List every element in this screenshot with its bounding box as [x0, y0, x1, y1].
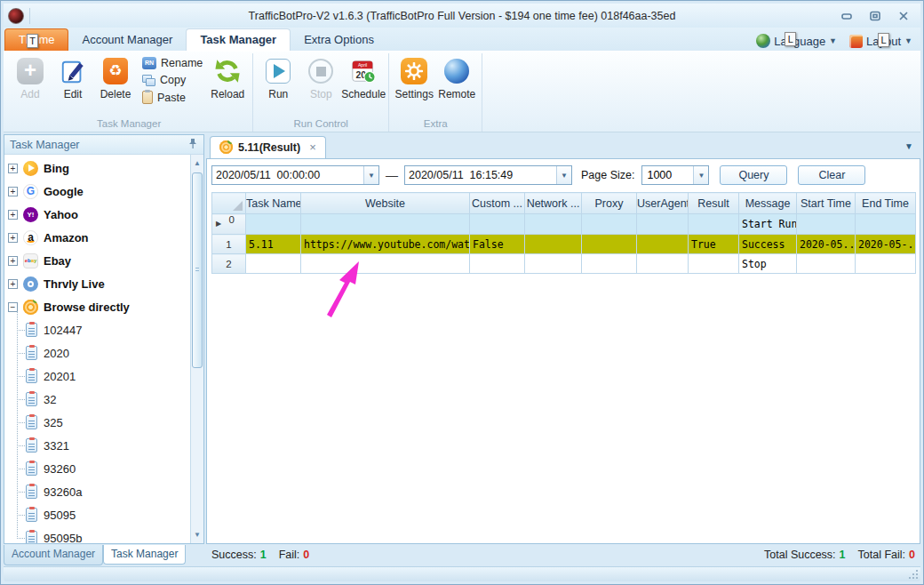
expand-icon[interactable]: +: [8, 279, 18, 289]
minimize-button[interactable]: [839, 9, 855, 23]
collapse-icon[interactable]: −: [8, 302, 18, 312]
row-header[interactable]: 1: [212, 235, 246, 254]
column-header-end-time[interactable]: End Time: [856, 193, 916, 214]
query-button[interactable]: Query: [720, 165, 787, 185]
row-header[interactable]: 2: [212, 254, 246, 274]
cell-task-name[interactable]: [246, 254, 301, 274]
tree-item-browse-directly[interactable]: − Browse directly: [8, 295, 189, 318]
column-header-useragent[interactable]: UserAgent: [637, 193, 689, 214]
reload-button[interactable]: Reload: [206, 53, 249, 100]
select-all-corner[interactable]: [212, 193, 246, 214]
expand-icon[interactable]: +: [8, 233, 18, 243]
tree-item-ebay[interactable]: + ebay Ebay: [8, 249, 189, 272]
start-datetime-field[interactable]: 2020/05/11 00:00:00 ▼: [211, 165, 379, 185]
tree-item-yahoo[interactable]: + Y! Yahoo: [8, 203, 189, 226]
cell-task-name[interactable]: [246, 214, 301, 235]
tree-task-item[interactable]: 93260a: [8, 480, 189, 503]
cell-network[interactable]: [525, 254, 582, 274]
tree-item-thrvly-live[interactable]: + Thrvly Live: [8, 272, 189, 295]
table-row[interactable]: 1 5.11 https://www.youtube.com/watc... F…: [212, 235, 916, 254]
tree-task-item[interactable]: 95095b: [8, 526, 189, 543]
tree-item-amazon[interactable]: + a Amazon: [8, 226, 189, 249]
tab-account-manager[interactable]: Account Manager: [68, 29, 186, 51]
end-datetime-field[interactable]: 2020/05/11 16:15:49 ▼: [404, 165, 572, 185]
cell-proxy[interactable]: [582, 254, 637, 274]
column-header-start-time[interactable]: Start Time: [797, 193, 856, 214]
paste-button[interactable]: Paste: [142, 91, 203, 104]
tree-task-item[interactable]: 95095: [8, 503, 189, 526]
run-button[interactable]: Run: [257, 53, 299, 100]
cell-end-time[interactable]: [856, 214, 916, 235]
column-header-network[interactable]: Network ...: [525, 193, 582, 214]
delete-button[interactable]: ♻ Delete: [94, 53, 137, 100]
scroll-up-icon[interactable]: ▲: [191, 156, 203, 170]
tree-task-item[interactable]: 2020: [8, 341, 189, 365]
tree-item-google[interactable]: + G Google: [8, 180, 189, 203]
maximize-button[interactable]: [867, 9, 883, 23]
cell-result[interactable]: True: [689, 235, 739, 254]
cell-start-time[interactable]: [797, 254, 856, 274]
chevron-down-icon[interactable]: ▼: [363, 166, 378, 184]
layout-menu[interactable]: Layout L ▼: [849, 35, 912, 48]
bottom-tab-task-manager[interactable]: Task Manager: [103, 545, 186, 565]
tree-scrollbar[interactable]: ▲ ▼: [190, 155, 203, 543]
edit-button[interactable]: Edit: [52, 53, 94, 100]
tree-task-item[interactable]: 102447: [8, 318, 189, 341]
tree-task-item[interactable]: 32: [8, 388, 189, 411]
copy-button[interactable]: Copy: [142, 74, 203, 86]
column-header-website[interactable]: Website: [301, 193, 470, 214]
result-tab[interactable]: 5.11(Result) ×: [210, 136, 326, 158]
close-tab-icon[interactable]: ×: [306, 140, 316, 154]
cell-website[interactable]: [301, 214, 470, 235]
settings-button[interactable]: Settings: [393, 53, 435, 100]
page-size-combo[interactable]: 1000 ▼: [641, 165, 709, 185]
cell-message[interactable]: Success: [739, 235, 797, 254]
bottom-tab-account-manager[interactable]: Account Manager: [4, 545, 103, 565]
clear-button[interactable]: Clear: [798, 165, 865, 185]
cell-useragent[interactable]: [637, 254, 689, 274]
scrollbar-thumb[interactable]: [192, 172, 203, 368]
expand-icon[interactable]: +: [8, 256, 18, 266]
cell-proxy[interactable]: [582, 235, 637, 254]
add-button[interactable]: + Add: [9, 53, 52, 100]
tab-list-dropdown-icon[interactable]: ▼: [904, 141, 913, 151]
tree-item-bing[interactable]: + Bing: [8, 156, 189, 180]
cell-result[interactable]: [689, 214, 739, 235]
cell-proxy[interactable]: [582, 214, 637, 235]
cell-start-time[interactable]: 2020-05...: [797, 235, 856, 254]
tab-extra-options[interactable]: Extra Options: [291, 29, 387, 51]
schedule-button[interactable]: April 20 Schedule: [342, 53, 385, 100]
column-header-message[interactable]: Message: [739, 193, 797, 214]
tree-task-item[interactable]: 20201: [8, 365, 189, 388]
chevron-down-icon[interactable]: ▼: [693, 166, 708, 184]
cell-useragent[interactable]: [637, 214, 689, 235]
cell-custom[interactable]: False: [470, 235, 525, 254]
tab-theme[interactable]: Theme T: [4, 28, 68, 51]
cell-message[interactable]: Start Run: [739, 214, 797, 235]
column-header-task-name[interactable]: Task Name: [246, 193, 301, 214]
expand-icon[interactable]: +: [8, 210, 18, 220]
cell-network[interactable]: [525, 235, 582, 254]
cell-result[interactable]: [689, 254, 739, 274]
tree-task-item[interactable]: 3321: [8, 434, 189, 457]
scroll-down-icon[interactable]: ▼: [191, 528, 203, 541]
tree-task-item[interactable]: 93260: [8, 457, 189, 480]
language-menu[interactable]: Language L ▼: [756, 34, 837, 48]
column-header-proxy[interactable]: Proxy: [582, 193, 637, 214]
cell-end-time[interactable]: 2020-05-...: [856, 235, 916, 254]
stop-button[interactable]: Stop: [299, 53, 342, 100]
chevron-down-icon[interactable]: ▼: [556, 166, 571, 184]
row-header[interactable]: ▶0: [212, 214, 246, 235]
cell-start-time[interactable]: [797, 214, 856, 235]
column-header-result[interactable]: Result: [689, 193, 739, 214]
cell-end-time[interactable]: [856, 254, 916, 274]
tree-task-item[interactable]: 325: [8, 411, 189, 434]
column-header-custom[interactable]: Custom ...: [470, 193, 525, 214]
table-row[interactable]: ▶0 Start Run: [212, 214, 916, 235]
remote-button[interactable]: Remote: [435, 53, 478, 100]
expand-icon[interactable]: +: [8, 164, 18, 173]
cell-website[interactable]: https://www.youtube.com/watc...: [301, 235, 470, 254]
close-button[interactable]: [896, 9, 912, 23]
expand-icon[interactable]: +: [8, 187, 18, 196]
cell-custom[interactable]: [470, 214, 525, 235]
